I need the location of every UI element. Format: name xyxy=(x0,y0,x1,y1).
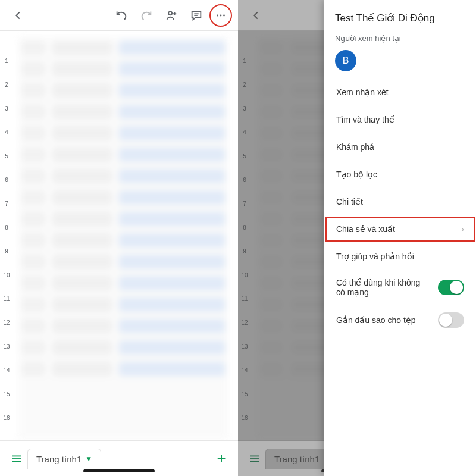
row-header: 16 xyxy=(0,406,13,430)
row-headers: 1 2 3 4 5 6 7 8 9 10 11 12 13 14 15 16 xyxy=(0,31,13,440)
sheet-tab-label: Trang tính1 xyxy=(36,454,82,464)
toggle-star[interactable] xyxy=(438,312,464,328)
back-button xyxy=(244,4,268,27)
row-header: 9 xyxy=(238,239,251,263)
toggle-offline[interactable] xyxy=(438,280,464,295)
row-header: 1 xyxy=(0,49,13,73)
row-header: 13 xyxy=(0,334,13,358)
row-header: 2 xyxy=(0,73,13,96)
more-menu-panel: Test Thế Giới Di Động Người xem hiện tại… xyxy=(324,0,476,476)
row-header: 5 xyxy=(0,144,13,168)
row-header: 10 xyxy=(0,263,13,287)
spreadsheet-area[interactable]: 1 2 3 4 5 6 7 8 9 10 11 12 13 14 15 16 xyxy=(0,31,238,440)
menu-list: Xem nhận xét Tìm và thay thế Khám phá Tạ… xyxy=(324,73,476,336)
row-header: 2 xyxy=(238,73,251,96)
menu-share-export[interactable]: Chia sẻ và xuất › xyxy=(324,215,476,243)
row-header: 11 xyxy=(238,287,251,311)
row-header: 8 xyxy=(238,215,251,239)
row-header: 14 xyxy=(238,358,251,382)
row-header: 1 xyxy=(238,49,251,73)
row-header: 8 xyxy=(0,215,13,239)
toggle-offline-label: Có thể dùng khi không có mạng xyxy=(336,278,425,297)
row-header: 14 xyxy=(0,358,13,382)
svg-point-5 xyxy=(217,14,218,16)
back-button[interactable] xyxy=(6,4,30,27)
undo-button[interactable] xyxy=(109,4,133,27)
menu-help-feedback[interactable]: Trợ giúp và phản hồi xyxy=(324,243,476,270)
redo-button[interactable] xyxy=(134,4,158,27)
row-header: 12 xyxy=(0,311,13,334)
svg-point-7 xyxy=(223,14,225,16)
bottom-bar: Trang tính1 ▼ + xyxy=(0,440,238,476)
toggle-star-label: Gắn dấu sao cho tệp xyxy=(336,315,416,325)
toggle-offline-row: Có thể dùng khi không có mạng xyxy=(324,270,476,305)
add-sheet-button[interactable]: + xyxy=(211,448,232,469)
row-header: 10 xyxy=(238,263,251,287)
toggle-star-row: Gắn dấu sao cho tệp xyxy=(324,305,476,336)
row-header: 6 xyxy=(0,168,13,192)
row-header: 3 xyxy=(0,96,13,120)
row-header: 13 xyxy=(238,334,251,358)
toolbar xyxy=(0,0,238,31)
sheet-tab-label: Trang tính1 xyxy=(274,454,320,464)
row-header: 4 xyxy=(0,120,13,144)
chevron-right-icon: › xyxy=(461,224,464,234)
row-header: 7 xyxy=(238,192,251,215)
row-header: 15 xyxy=(238,382,251,406)
row-header: 15 xyxy=(0,382,13,406)
right-screenshot: 1 2 3 4 5 6 7 8 9 10 11 12 13 14 15 16 xyxy=(238,0,476,476)
row-header: 4 xyxy=(238,120,251,144)
cells[interactable] xyxy=(13,31,238,440)
svg-point-0 xyxy=(168,11,172,15)
menu-create-filter[interactable]: Tạo bộ lọc xyxy=(324,161,476,188)
sheet-tab[interactable]: Trang tính1 ▼ xyxy=(27,449,101,469)
row-header: 5 xyxy=(238,144,251,168)
menu-explore[interactable]: Khám phá xyxy=(324,133,476,161)
row-header: 7 xyxy=(0,192,13,215)
row-header: 11 xyxy=(0,287,13,311)
more-menu-button[interactable] xyxy=(209,4,232,27)
row-header: 12 xyxy=(238,311,251,334)
document-title: Test Thế Giới Di Động xyxy=(324,0,476,28)
sheet-menu-button xyxy=(244,448,265,469)
svg-point-6 xyxy=(220,14,222,16)
row-header: 6 xyxy=(238,168,251,192)
share-person-button[interactable] xyxy=(159,4,183,27)
menu-details[interactable]: Chi tiết xyxy=(324,188,476,215)
menu-view-comments[interactable]: Xem nhận xét xyxy=(324,79,476,106)
home-indicator xyxy=(83,469,155,472)
comment-button[interactable] xyxy=(184,4,208,27)
sheet-tab: Trang tính1 xyxy=(265,449,328,469)
current-viewers-label: Người xem hiện tại xyxy=(324,28,476,46)
row-header: 9 xyxy=(0,239,13,263)
left-screenshot: 1 2 3 4 5 6 7 8 9 10 11 12 13 14 15 16 xyxy=(0,0,238,476)
viewer-avatar[interactable]: B xyxy=(335,50,356,71)
avatar-initial: B xyxy=(343,55,349,66)
menu-find-replace[interactable]: Tìm và thay thế xyxy=(324,106,476,133)
caret-down-icon: ▼ xyxy=(85,455,92,463)
row-header: 16 xyxy=(238,406,251,430)
sheet-menu-button[interactable] xyxy=(6,448,27,469)
row-header: 3 xyxy=(238,96,251,120)
